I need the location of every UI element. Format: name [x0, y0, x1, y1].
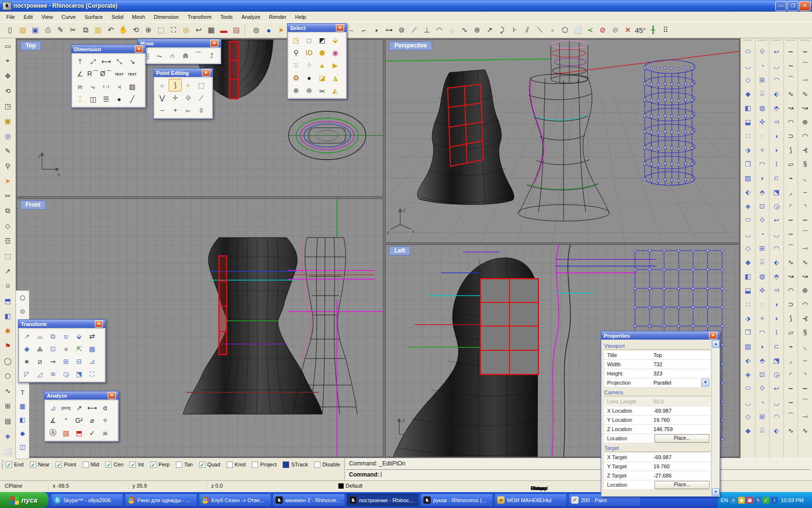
tr-array-polar-icon[interactable]: ∗: [20, 355, 33, 368]
menu-help[interactable]: Help: [291, 13, 311, 21]
surface-tools-c-0-icon[interactable]: ↩: [770, 45, 783, 59]
curve-tools-b-26-icon[interactable]: ⤙: [798, 409, 812, 423]
tr-taper-icon[interactable]: ⊿: [86, 355, 99, 368]
curve-tools-a-14-icon[interactable]: ⌒: [784, 241, 798, 255]
property-value[interactable]: 146.759: [653, 426, 710, 432]
toolbar-grip[interactable]: [801, 40, 810, 44]
surface-tools-a-26-icon[interactable]: ◇: [741, 409, 754, 423]
property-value[interactable]: -27.686: [653, 473, 710, 478]
point-small-icon[interactable]: ▫: [546, 24, 559, 36]
surface-tools-b-9-icon[interactable]: ◗: [755, 171, 768, 185]
surface-tools-c-24-icon[interactable]: ↩: [770, 381, 783, 395]
select-dotted-icon[interactable]: ⊜: [303, 84, 316, 97]
viewport-label-left[interactable]: Left: [389, 246, 410, 255]
surface-tools-b-13-icon[interactable]: ◔: [755, 227, 768, 241]
curve-tools-b-15-icon[interactable]: ∿: [798, 255, 812, 269]
dim-hatch-icon[interactable]: ▨: [126, 80, 139, 93]
curve-tools-b-6-icon[interactable]: ◠: [798, 129, 812, 143]
an-distance-icon[interactable]: ⟷: [86, 402, 99, 414]
tr-remap-icon[interactable]: ⊞: [59, 355, 72, 368]
osnap-checkbox-quad[interactable]: ✓: [199, 462, 205, 468]
viewport-label-top[interactable]: Top: [20, 41, 41, 50]
save-file-icon[interactable]: ▣: [29, 24, 42, 36]
select-pointer-icon[interactable]: ▭: [1, 38, 14, 53]
curve-tools-b-18-icon[interactable]: ◠: [798, 297, 812, 311]
surface-tools-a-17-icon[interactable]: ⬓: [741, 283, 754, 297]
surface-tools-b-3-icon[interactable]: ⌻: [755, 87, 768, 101]
surface-tools-c-19-icon[interactable]: ◗: [770, 311, 783, 325]
curve-tools-b-7-icon[interactable]: ⊰: [798, 143, 812, 157]
curve-tools-a-4-icon[interactable]: ↝: [784, 101, 798, 115]
dim-radius-icon[interactable]: R⌒: [87, 68, 100, 80]
arrow-orange-icon[interactable]: ➤: [1, 173, 14, 188]
select-surfaces-icon[interactable]: ◩: [316, 34, 329, 46]
annotate-icon[interactable]: ✎: [54, 24, 67, 36]
surface-tools-a-8-icon[interactable]: ❐: [741, 157, 754, 171]
rotate-icon[interactable]: ⟲: [1, 83, 14, 98]
surface-tools-b-20-icon[interactable]: ◠: [755, 325, 768, 339]
osnap-strack[interactable]: STrack: [283, 462, 307, 468]
curve-tools-a-17-icon[interactable]: ◠: [784, 283, 798, 297]
undo-icon[interactable]: ↶: [104, 24, 117, 36]
line-angled-icon[interactable]: ⫽: [521, 24, 534, 36]
surface-tools-b-22-icon[interactable]: ⬘: [755, 353, 768, 367]
curve-tools-a-22-icon[interactable]: ◞: [784, 353, 798, 367]
dim-slash-icon[interactable]: ╱: [126, 93, 139, 105]
palette-title-dimension[interactable]: Dimension✕: [72, 45, 145, 53]
surface-tools-b-16-icon[interactable]: ◍: [755, 269, 768, 283]
box-icon[interactable]: ⬜: [571, 24, 584, 36]
dim-isocube-icon[interactable]: ◫: [87, 93, 100, 105]
grid-cross-icon[interactable]: ╂: [647, 24, 659, 36]
select-boxes-icon[interactable]: ◪: [316, 72, 329, 84]
zoom-extents-icon[interactable]: ⛶: [167, 24, 180, 36]
axis-lines-icon[interactable]: ⊦: [508, 24, 521, 36]
palette-title-analyze[interactable]: Analyze✕: [44, 391, 118, 400]
surface-tools-a-18-icon[interactable]: ∷: [741, 297, 754, 311]
tr-move-icon[interactable]: ➚: [20, 330, 33, 343]
flag-small-icon[interactable]: ⚑: [1, 338, 14, 353]
properties-close-icon[interactable]: ✕: [709, 332, 717, 339]
dim-notes-icon[interactable]: ☰: [100, 93, 113, 105]
menu-dimension[interactable]: Dimension: [149, 13, 183, 21]
an-xyz-icon[interactable]: [XYZ]: [59, 402, 72, 414]
surface-tools-b-8-icon[interactable]: ◠: [755, 157, 768, 171]
dim-leader-arrow-icon[interactable]: ⤷: [87, 80, 100, 93]
curve-tools-b-21-icon[interactable]: ◟: [798, 339, 812, 353]
surface-tools-c-18-icon[interactable]: ◖: [770, 297, 783, 311]
circle-blue-icon[interactable]: ◎: [1, 128, 14, 143]
cube-window-icon[interactable]: ◫: [16, 440, 29, 453]
dim-offset-icon[interactable]: ⫞: [113, 80, 126, 93]
viewport-label-perspective[interactable]: Perspective: [389, 41, 432, 50]
surface-tools-a-2-icon[interactable]: ◇: [741, 73, 754, 87]
move-ne-icon[interactable]: ➚: [1, 263, 14, 278]
maximize-button[interactable]: ❐: [787, 1, 798, 11]
gem-icon[interactable]: ◈: [1, 428, 14, 443]
property-value[interactable]: -69.987: [653, 454, 710, 460]
select-curves-icon[interactable]: ◻: [303, 34, 316, 46]
surface-tools-b-10-icon[interactable]: ⬘: [755, 185, 768, 199]
tangent-line-icon[interactable]: ⟋: [408, 24, 420, 36]
surface-tools-a-16-icon[interactable]: ◧: [741, 269, 754, 283]
stack-icon[interactable]: ☲: [1, 233, 14, 248]
dim-angle-45-icon[interactable]: ∠: [73, 68, 87, 80]
surface-tools-a-24-icon[interactable]: ⬭: [741, 381, 754, 395]
zoom-region-icon[interactable]: ⌑: [1, 278, 14, 293]
property-value[interactable]: 19.760: [653, 417, 710, 423]
cut-icon[interactable]: ✂: [67, 24, 79, 36]
osnap-grip[interactable]: [2, 460, 3, 469]
property-value[interactable]: 732: [653, 361, 710, 367]
osnap-checkbox-int[interactable]: ✓: [130, 462, 136, 468]
delete-x-icon[interactable]: ✕: [622, 24, 634, 36]
surface-tools-c-12-icon[interactable]: ↩: [770, 213, 783, 227]
osnap-checkbox-mid[interactable]: [83, 462, 89, 468]
menu-mesh[interactable]: Mesh: [128, 13, 149, 21]
toolbar-grip[interactable]: [786, 40, 795, 44]
tr-scale-icon[interactable]: ◆: [20, 343, 33, 355]
task-button-5[interactable]: ♞построение - Rhinoc...: [347, 493, 419, 507]
select-meshes-icon[interactable]: ⬟: [316, 46, 329, 59]
circle-3pt-icon[interactable]: ◌: [446, 24, 458, 36]
curve-tools-b-11-icon[interactable]: ◝: [798, 199, 812, 213]
osnap-perp[interactable]: ✓Perp: [150, 462, 170, 468]
tr-twist-icon[interactable]: ⊟: [72, 355, 86, 368]
tr-boxedit-icon[interactable]: ⛶: [86, 368, 99, 380]
